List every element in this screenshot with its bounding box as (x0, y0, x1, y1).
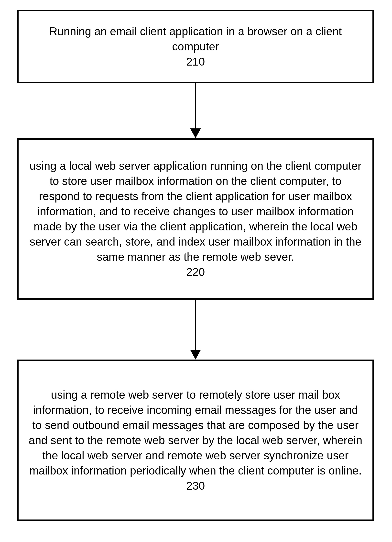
svg-marker-3 (190, 350, 201, 360)
node-ref: 230 (186, 478, 205, 493)
flowchart-canvas: Running an email client application in a… (0, 0, 392, 542)
flowchart-node-230: using a remote web server to remotely st… (17, 360, 374, 521)
node-text: using a remote web server to remotely st… (28, 387, 363, 478)
